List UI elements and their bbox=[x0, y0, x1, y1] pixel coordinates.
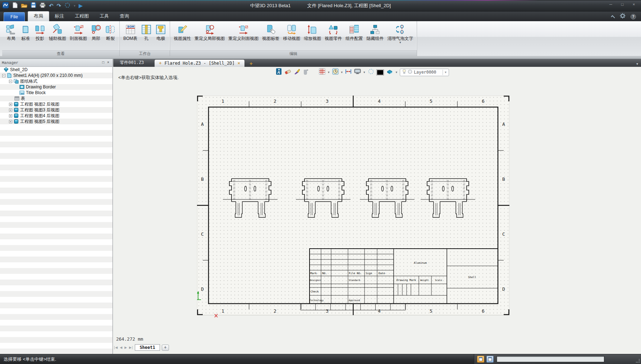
doc-tab-part001[interactable]: 零件001.Z3 bbox=[113, 59, 150, 67]
prev-sheet-icon[interactable]: ◀ bbox=[120, 346, 123, 349]
gear-icon[interactable] bbox=[620, 13, 626, 20]
regen-views-icon[interactable] bbox=[276, 68, 282, 77]
redo-icon[interactable]: ↷ bbox=[57, 3, 61, 9]
toggle-output-panel-icon[interactable] bbox=[486, 356, 494, 363]
tree-item-drawing-border[interactable]: Drawing Border bbox=[0, 84, 113, 90]
toggle-manager-panel-icon[interactable] bbox=[477, 356, 484, 363]
layer-box-dropdown-icon[interactable]: ▾ bbox=[396, 70, 398, 74]
first-sheet-icon[interactable]: |◀ bbox=[114, 346, 118, 349]
tb-weight: Weight bbox=[420, 279, 429, 282]
ribbon-button-view-attributes[interactable]: 视图属性 bbox=[172, 22, 193, 41]
tree-item-view5[interactable]: + 工程图 视图5 后视图 bbox=[0, 119, 113, 124]
tree-item-view3[interactable]: + 工程图 视图3 后视图 bbox=[0, 107, 113, 113]
layer-dropdown-icon[interactable]: ▾ bbox=[443, 70, 448, 75]
ribbon-button-detail-view[interactable]: 局部 bbox=[89, 22, 103, 41]
save-icon[interactable] bbox=[31, 2, 36, 9]
last-sheet-icon[interactable]: ▶| bbox=[129, 346, 133, 349]
layer-box-icon[interactable] bbox=[386, 69, 393, 76]
ribbon-button-scale-view[interactable]: 缩放视图 bbox=[302, 22, 323, 41]
tab-tools[interactable]: 工具 bbox=[94, 11, 114, 21]
ribbon-button-hide-component[interactable]: 隐藏组件 bbox=[365, 22, 385, 41]
expand-expander-icon[interactable]: + bbox=[9, 103, 12, 106]
collapse-expander-icon[interactable]: − bbox=[2, 74, 5, 77]
manager-restore-button[interactable]: □ bbox=[101, 60, 106, 65]
ribbon-button-clean-balloon-text[interactable]: 清理气泡文字 ▾ bbox=[385, 22, 415, 44]
help-icon[interactable]: ? bbox=[631, 14, 636, 19]
ribbon-button-view-part[interactable]: 视图零件 bbox=[323, 22, 344, 41]
tree-item-table[interactable]: 表 bbox=[0, 96, 113, 101]
tb-mark: Mark bbox=[310, 272, 317, 275]
ribbon-button-broken-view[interactable]: 断裂 bbox=[103, 22, 118, 41]
dimension-toggle-icon[interactable] bbox=[345, 69, 352, 76]
rotate-view-icon[interactable] bbox=[64, 2, 70, 10]
ribbon-button-layout[interactable]: 布局 bbox=[4, 22, 18, 41]
qat-dropdown-icon[interactable]: ▾ bbox=[74, 4, 75, 8]
maximize-button[interactable]: □ bbox=[617, 1, 627, 8]
collapse-expander-icon[interactable]: − bbox=[9, 80, 12, 83]
tab-layout[interactable]: 布局 bbox=[28, 11, 49, 21]
print-icon[interactable] bbox=[40, 3, 46, 9]
ribbon-button-electrode[interactable]: 电极 bbox=[154, 22, 168, 41]
next-sheet-icon[interactable]: ▶ bbox=[124, 346, 127, 349]
display-dropdown-icon[interactable]: ▾ bbox=[363, 70, 365, 74]
doc-tab-flared-hole[interactable]: + Flared Hole.Z3 - [Shell_2D] × bbox=[155, 60, 244, 67]
status-message: 选择要移 <单击中键>结束. bbox=[4, 356, 56, 363]
expand-expander-icon[interactable]: + bbox=[9, 114, 12, 118]
snap-dropdown-icon[interactable]: ▾ bbox=[341, 70, 343, 74]
ribbon-button-redefine-detail-view[interactable]: 重定义局部视图 bbox=[193, 22, 226, 41]
tree-item-view4[interactable]: + 工程图 视图4 后视图 bbox=[0, 113, 113, 119]
sheet-tab-sheet1[interactable]: Sheet1 bbox=[135, 344, 160, 351]
clean-balloon-dropdown-icon[interactable]: ▾ bbox=[399, 41, 401, 44]
ribbon-button-section-view[interactable]: 剖面视图 bbox=[68, 22, 89, 41]
tree-item-sheet1[interactable]: − Sheet1 A4(H) (297.00 x 210.00 mm) bbox=[0, 73, 113, 78]
ribbon-button-view-label[interactable]: 视图标签 bbox=[260, 22, 281, 41]
document-tabstrip: 零件001.Z3 + Flared Hole.Z3 - [Shell_2D] ×… bbox=[113, 59, 641, 67]
ribbon-button-move-view[interactable]: 移动视图 bbox=[281, 22, 302, 41]
color-swatch[interactable] bbox=[377, 70, 384, 75]
tb-material: Aluminum bbox=[414, 261, 427, 264]
ribbon-button-auxiliary-view[interactable]: 辅助视图 bbox=[47, 22, 68, 41]
display-mode-icon[interactable] bbox=[354, 69, 361, 76]
ribbon-button-redefine-section-view[interactable]: 重定义剖面视图 bbox=[226, 22, 260, 41]
undo-icon[interactable]: ↶ bbox=[49, 3, 54, 9]
resize-grip[interactable] bbox=[636, 359, 640, 363]
layer-selector[interactable]: Layer0000 ▾ bbox=[400, 69, 449, 76]
ribbon-button-standard[interactable]: 标准 bbox=[18, 22, 33, 41]
manager-close-button[interactable]: × bbox=[106, 60, 111, 65]
tree-item-title-block[interactable]: Title Block bbox=[0, 90, 113, 96]
open-file-icon[interactable] bbox=[21, 3, 27, 9]
wireframe-circle-icon[interactable] bbox=[368, 68, 374, 76]
ribbon-button-bom-table[interactable]: BOM BOM表 bbox=[122, 22, 139, 41]
filter-icon[interactable] bbox=[303, 69, 309, 76]
tab-inquire[interactable]: 查询 bbox=[114, 11, 134, 21]
drawing-canvas[interactable]: <单击右键>获取实体输入选项. ▾ ▾ ▾ ▾ Layer0000 ▾ bbox=[113, 67, 641, 354]
grid-toggle-icon[interactable] bbox=[319, 68, 325, 76]
new-tab-button[interactable]: + bbox=[249, 61, 253, 66]
tree-item-shell2d[interactable]: Shell_2D bbox=[0, 67, 113, 73]
ribbon-button-component-config[interactable]: 组件配置 bbox=[344, 22, 365, 41]
play-icon[interactable]: ▶ bbox=[79, 3, 83, 9]
minimize-button[interactable]: ─ bbox=[606, 1, 616, 8]
tb-scale: Scale bbox=[435, 279, 442, 282]
new-file-icon[interactable] bbox=[12, 2, 18, 10]
tree-item-view2[interactable]: + 工程图 视图2 后视图 bbox=[0, 101, 113, 107]
broken-view-icon bbox=[105, 23, 116, 36]
eraser-icon[interactable] bbox=[284, 69, 291, 76]
expand-expander-icon[interactable]: + bbox=[9, 109, 12, 112]
tab-file[interactable]: File bbox=[4, 12, 25, 21]
ribbon-button-projection[interactable]: 投影 bbox=[33, 22, 47, 41]
tab-drawing[interactable]: 工程图 bbox=[69, 11, 94, 21]
tree-item-sheet-format[interactable]: − 图纸格式 bbox=[0, 78, 113, 84]
collapse-ribbon-icon[interactable] bbox=[611, 15, 615, 19]
snap-settings-icon[interactable] bbox=[332, 68, 339, 76]
tab-annotate[interactable]: 标注 bbox=[49, 11, 69, 21]
tab-close-icon[interactable]: × bbox=[238, 61, 240, 66]
ribbon-button-hole[interactable]: 孔 bbox=[139, 22, 154, 41]
add-sheet-button[interactable]: + bbox=[162, 345, 169, 351]
expand-expander-icon[interactable]: + bbox=[9, 120, 12, 123]
tabstrip-overflow-icon[interactable]: ▾ bbox=[636, 62, 638, 66]
paintbrush-icon[interactable] bbox=[294, 68, 301, 76]
close-button[interactable]: × bbox=[629, 1, 639, 8]
grid-dropdown-icon[interactable]: ▾ bbox=[328, 70, 330, 74]
drawing-sheet[interactable]: 1 2 3 4 5 6 1 2 3 4 5 6 A B C D A B C D bbox=[197, 96, 509, 320]
